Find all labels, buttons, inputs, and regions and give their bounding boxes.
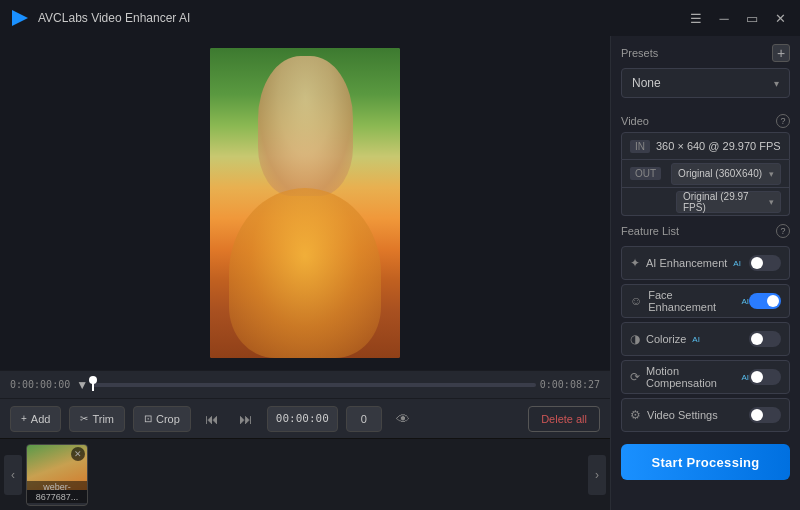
colorize-toggle[interactable]	[749, 331, 781, 347]
video-settings-toggle[interactable]	[749, 407, 781, 423]
motion-compensation-badge: AI	[741, 373, 749, 382]
video-settings-icon: ⚙	[630, 408, 641, 422]
feature-list-header: Feature List ?	[611, 216, 800, 242]
colorize-icon: ◑	[630, 332, 640, 346]
frame-display: 0	[346, 406, 382, 432]
filmstrip-item-label: weber-8677687...	[27, 481, 87, 503]
feature-help-icon[interactable]: ?	[776, 224, 790, 238]
face-enhancement-name: Face Enhancement	[648, 289, 735, 313]
chevron-down-icon: ▾	[774, 78, 779, 89]
presets-label: Presets	[621, 47, 658, 59]
ai-enhancement-left: ✦ AI Enhancement AI	[630, 256, 741, 270]
face-overlay	[258, 56, 353, 196]
face-enhancement-badge: AI	[741, 297, 749, 306]
left-panel: 0:00:00:00 ▼ 0:00:08:27 + Add ✂ Trim ⊡ C…	[0, 36, 610, 510]
svg-marker-0	[12, 10, 28, 26]
drink-overlay	[229, 188, 381, 359]
right-panel: Presets + None ▾ Video ? IN 360 × 640 @ …	[610, 36, 800, 510]
resolution-dropdown[interactable]: Original (360X640) ▾	[671, 163, 781, 185]
face-enhancement-toggle[interactable]	[749, 293, 781, 309]
face-enhancement-icon: ☺	[630, 294, 642, 308]
trim-icon: ✂	[80, 413, 88, 424]
ai-enhancement-toggle[interactable]	[749, 255, 781, 271]
timeline-bar: 0:00:00:00 ▼ 0:00:08:27	[0, 370, 610, 398]
add-button[interactable]: + Add	[10, 406, 61, 432]
ai-enhancement-badge: AI	[733, 259, 741, 268]
video-settings-left: ⚙ Video Settings	[630, 408, 718, 422]
face-enhancement-item: ☺ Face Enhancement AI	[621, 284, 790, 318]
app-title: AVCLabs Video Enhancer AI	[38, 11, 686, 25]
video-section: IN 360 × 640 @ 29.970 FPS OUT Original (…	[611, 132, 800, 216]
motion-compensation-toggle[interactable]	[749, 369, 781, 385]
filmstrip-next[interactable]: ›	[588, 455, 606, 495]
resolution-value: Original (360X640)	[678, 168, 762, 179]
restore-button[interactable]: ▭	[742, 8, 762, 28]
menu-button[interactable]: ☰	[686, 8, 706, 28]
face-enhancement-left: ☺ Face Enhancement AI	[630, 289, 749, 313]
skip-back-button[interactable]: ⏮	[199, 406, 225, 432]
video-settings-item: ⚙ Video Settings	[621, 398, 790, 432]
motion-compensation-icon: ⟳	[630, 370, 640, 384]
motion-compensation-item: ⟳ Motion Compensation AI	[621, 360, 790, 394]
ai-enhancement-item: ✦ AI Enhancement AI	[621, 246, 790, 280]
delete-all-button[interactable]: Delete all	[528, 406, 600, 432]
add-label: Add	[31, 413, 51, 425]
preview-toggle[interactable]: 👁	[390, 406, 416, 432]
preset-dropdown[interactable]: None ▾	[621, 68, 790, 98]
time-display: 00:00:00	[267, 406, 338, 432]
add-icon: +	[21, 413, 27, 424]
colorize-badge: AI	[692, 335, 700, 344]
colorize-left: ◑ Colorize AI	[630, 332, 700, 346]
video-out-row: OUT Original (360X640) ▾	[621, 160, 790, 188]
resolution-chevron-icon: ▾	[769, 169, 774, 179]
trim-button[interactable]: ✂ Trim	[69, 406, 125, 432]
feature-section: ✦ AI Enhancement AI ☺ Face Enhancement A…	[611, 246, 800, 436]
close-button[interactable]: ✕	[770, 8, 790, 28]
crop-label: Crop	[156, 413, 180, 425]
timeline-end: 0:00:08:27	[540, 379, 600, 390]
video-preview	[210, 48, 400, 358]
filmstrip-item-close[interactable]: ✕	[71, 447, 85, 461]
minimize-button[interactable]: ─	[714, 8, 734, 28]
list-item[interactable]: weber-8677687... ✕	[26, 444, 88, 506]
playhead-icon: ▼	[76, 378, 88, 392]
out-label: OUT	[630, 167, 661, 180]
feature-label: Feature List	[621, 225, 679, 237]
presets-add-button[interactable]: +	[772, 44, 790, 62]
playhead	[92, 379, 94, 391]
start-processing-button[interactable]: Start Processing	[621, 444, 790, 480]
main-layout: 0:00:00:00 ▼ 0:00:08:27 + Add ✂ Trim ⊡ C…	[0, 36, 800, 510]
ai-enhancement-name: AI Enhancement	[646, 257, 727, 269]
in-label: IN	[630, 140, 650, 153]
title-bar: AVCLabs Video Enhancer AI ☰ ─ ▭ ✕	[0, 0, 800, 36]
filmstrip: ‹ weber-8677687... ✕ ›	[0, 438, 610, 510]
crop-button[interactable]: ⊡ Crop	[133, 406, 191, 432]
out-select: Original (360X640) ▾	[671, 163, 781, 185]
ai-enhancement-icon: ✦	[630, 256, 640, 270]
video-section-header: Video ?	[611, 106, 800, 132]
app-logo	[10, 8, 30, 28]
colorize-item: ◑ Colorize AI	[621, 322, 790, 356]
window-controls: ☰ ─ ▭ ✕	[686, 8, 790, 28]
fps-select: Original (29.97 FPS) ▾	[676, 191, 781, 213]
filmstrip-prev[interactable]: ‹	[4, 455, 22, 495]
preset-value: None	[632, 76, 661, 90]
controls-bar: + Add ✂ Trim ⊡ Crop ⏮ ⏭ 00:00:00 0 👁 Del…	[0, 398, 610, 438]
video-in-row: IN 360 × 640 @ 29.970 FPS	[621, 132, 790, 160]
fps-dropdown[interactable]: Original (29.97 FPS) ▾	[676, 191, 781, 213]
timeline-track[interactable]	[92, 383, 536, 387]
motion-compensation-left: ⟳ Motion Compensation AI	[630, 365, 749, 389]
video-help-icon[interactable]: ?	[776, 114, 790, 128]
video-label: Video	[621, 115, 649, 127]
presets-section-header: Presets +	[611, 36, 800, 66]
video-fps-row: Original (29.97 FPS) ▾	[621, 188, 790, 216]
playhead-dot	[89, 376, 97, 384]
timeline-start: 0:00:00:00	[10, 379, 70, 390]
video-settings-name: Video Settings	[647, 409, 718, 421]
preview-area	[0, 36, 610, 370]
fps-value: Original (29.97 FPS)	[683, 191, 769, 213]
crop-icon: ⊡	[144, 413, 152, 424]
skip-forward-button[interactable]: ⏭	[233, 406, 259, 432]
fps-chevron-icon: ▾	[769, 197, 774, 207]
colorize-name: Colorize	[646, 333, 686, 345]
